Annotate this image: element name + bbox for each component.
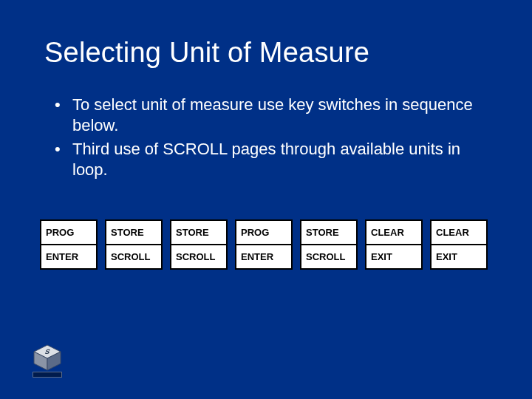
slide-title: Selecting Unit of Measure — [44, 37, 488, 69]
key-sequence: PROG ENTER STORE SCROLL STORE SCROLL PRO… — [40, 219, 488, 270]
company-logo: S — [33, 344, 62, 378]
slide: Selecting Unit of Measure To select unit… — [0, 0, 532, 399]
key-switch: CLEAR EXIT — [430, 219, 488, 270]
key-top-label: PROG — [41, 221, 96, 245]
key-bottom-label: ENTER — [41, 245, 96, 268]
key-bottom-label: EXIT — [366, 245, 421, 268]
key-switch: STORE SCROLL — [300, 219, 358, 270]
key-top-label: STORE — [106, 221, 161, 245]
key-switch: STORE SCROLL — [105, 219, 163, 270]
key-top-label: STORE — [301, 221, 356, 245]
key-top-label: PROG — [236, 221, 291, 245]
key-bottom-label: SCROLL — [171, 245, 226, 268]
key-switch: CLEAR EXIT — [365, 219, 423, 270]
key-bottom-label: EXIT — [432, 245, 486, 268]
bullet-item: Third use of SCROLL pages through availa… — [52, 139, 488, 180]
key-bottom-label: SCROLL — [106, 245, 161, 268]
logo-bar — [33, 372, 62, 378]
key-bottom-label: SCROLL — [301, 245, 356, 268]
key-top-label: CLEAR — [432, 221, 486, 245]
key-top-label: STORE — [171, 221, 226, 245]
key-switch: PROG ENTER — [40, 219, 98, 270]
key-switch: PROG ENTER — [235, 219, 293, 270]
bullet-item: To select unit of measure use key switch… — [52, 95, 488, 136]
bullet-list: To select unit of measure use key switch… — [44, 95, 488, 181]
key-bottom-label: ENTER — [236, 245, 291, 268]
key-top-label: CLEAR — [366, 221, 421, 245]
logo-cube-icon: S — [33, 344, 62, 371]
key-switch: STORE SCROLL — [170, 219, 228, 270]
